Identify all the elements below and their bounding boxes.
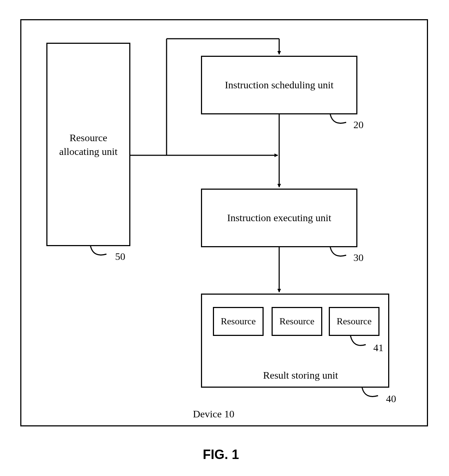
- device-label: Device 10: [167, 407, 261, 421]
- resource-allocating-ref: 50: [109, 250, 131, 264]
- figure-label: FIG. 1: [203, 447, 239, 462]
- resource-box-2: Resource: [272, 307, 322, 336]
- resource-allocating-label: Resource allocating unit: [46, 130, 130, 159]
- result-storing-ref: 40: [380, 392, 402, 406]
- instruction-scheduling-label: Instruction scheduling unit: [201, 56, 357, 114]
- result-storing-label: Result storing unit: [253, 368, 348, 382]
- instruction-executing-ref: 30: [348, 251, 369, 265]
- resource-box-3: Resource: [329, 307, 379, 336]
- resource-box-1: Resource: [213, 307, 264, 336]
- resource-ref: 41: [368, 341, 389, 355]
- instruction-scheduling-ref: 20: [348, 118, 369, 132]
- instruction-executing-label: Instruction executing unit: [201, 189, 357, 247]
